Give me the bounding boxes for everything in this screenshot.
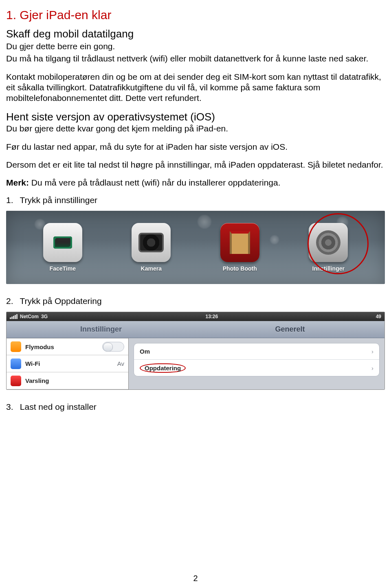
merk-text: Du må vere på trådlaust nett (wifi) når …: [29, 178, 280, 187]
settings-split: Flymodus Wi-Fi Av Varsling Om ›: [7, 338, 384, 389]
screenshot-settings: NetCom 3G 13:26 49 Innstillinger Generel…: [6, 312, 385, 390]
signal-bars-icon: [10, 314, 18, 319]
facetime-icon: [43, 223, 82, 262]
row-label: Om: [140, 348, 150, 355]
paragraph: Du må ha tilgang til trådlaust nettverk …: [6, 53, 385, 64]
paragraph: Kontakt mobiloperatøren din og be om at …: [6, 72, 385, 104]
subheading-datatilgang: Skaff deg mobil datatilgang: [6, 28, 385, 40]
step-text: Trykk på Oppdatering: [20, 296, 101, 306]
network-label: 3G: [41, 314, 48, 319]
camera-icon: [132, 223, 171, 262]
app-label: Kamera: [141, 265, 162, 272]
annotation-oval: Oppdatering: [140, 363, 186, 373]
nav-bar: Innstillinger Generelt: [7, 321, 384, 338]
step-1: 1. Trykk på innstillinger: [6, 195, 385, 205]
setting-value: Av: [117, 360, 124, 367]
chevron-right-icon: ›: [371, 348, 373, 355]
row-om[interactable]: Om ›: [134, 343, 379, 360]
step-3: 3. Last ned og installer: [6, 402, 385, 412]
nav-title-right: Generelt: [196, 321, 384, 338]
wifi-icon: [11, 358, 21, 369]
step-2: 2. Trykk på Oppdatering: [6, 296, 385, 306]
paragraph: Før du lastar ned appar, må du syte for …: [6, 142, 385, 152]
page-number: 2: [0, 574, 391, 583]
paragraph: Du bør gjere dette kvar gong det kjem me…: [6, 123, 385, 134]
status-battery: 49: [376, 314, 381, 319]
airplane-icon: [11, 341, 21, 352]
app-facetime[interactable]: FaceTime: [36, 223, 89, 272]
screenshot-home-dock: FaceTime Kamera Photo Booth Innstillinge…: [6, 211, 385, 284]
app-photobooth[interactable]: Photo Booth: [213, 223, 266, 272]
app-label: FaceTime: [50, 265, 76, 272]
setting-label: Varsling: [25, 377, 49, 384]
subheading-ios: Hent siste versjon av operativsystemet (…: [6, 111, 385, 123]
settings-icon: [309, 223, 348, 262]
chevron-right-icon: ›: [371, 365, 373, 372]
app-label: Photo Booth: [223, 265, 257, 272]
status-time: 13:26: [205, 314, 218, 319]
step-text: Trykk på innstillinger: [20, 195, 97, 205]
merk-label: Merk:: [6, 178, 29, 187]
paragraph: Du gjer dette berre ein gong.: [6, 41, 385, 52]
setting-label: Wi-Fi: [25, 360, 40, 367]
nav-title-left: Innstillinger: [7, 321, 196, 338]
status-bar: NetCom 3G 13:26 49: [7, 312, 384, 321]
app-kamera[interactable]: Kamera: [125, 223, 178, 272]
step-number: 2.: [6, 296, 18, 306]
toggle-off[interactable]: [102, 342, 124, 352]
setting-flymodus[interactable]: Flymodus: [7, 338, 128, 355]
settings-detail: Om › Oppdatering ›: [129, 338, 384, 389]
step-number: 3.: [6, 402, 18, 412]
app-dock: FaceTime Kamera Photo Booth Innstillinge…: [6, 223, 385, 272]
settings-card: Om › Oppdatering ›: [134, 343, 380, 376]
step-text: Last ned og installer: [20, 402, 97, 411]
gear-icon: [316, 230, 340, 255]
paragraph: Dersom det er eit lite tal nedst til høg…: [6, 160, 385, 170]
app-label: Innstillinger: [312, 265, 345, 272]
carrier-label: NetCom: [20, 314, 39, 319]
app-innstillinger[interactable]: Innstillinger: [302, 223, 355, 272]
page-heading: 1. Gjer iPad-en klar: [6, 8, 385, 22]
notification-icon: [11, 376, 21, 386]
paragraph-merk: Merk: Du må vere på trådlaust nett (wifi…: [6, 177, 385, 188]
photobooth-icon: [220, 223, 259, 262]
setting-varsling[interactable]: Varsling: [7, 372, 128, 389]
setting-label: Flymodus: [25, 343, 54, 350]
row-label: Oppdatering: [145, 365, 181, 372]
row-oppdatering[interactable]: Oppdatering ›: [134, 360, 379, 376]
setting-wifi[interactable]: Wi-Fi Av: [7, 355, 128, 372]
status-left: NetCom 3G: [10, 314, 48, 319]
settings-sidebar: Flymodus Wi-Fi Av Varsling: [7, 338, 129, 389]
step-number: 1.: [6, 195, 18, 205]
